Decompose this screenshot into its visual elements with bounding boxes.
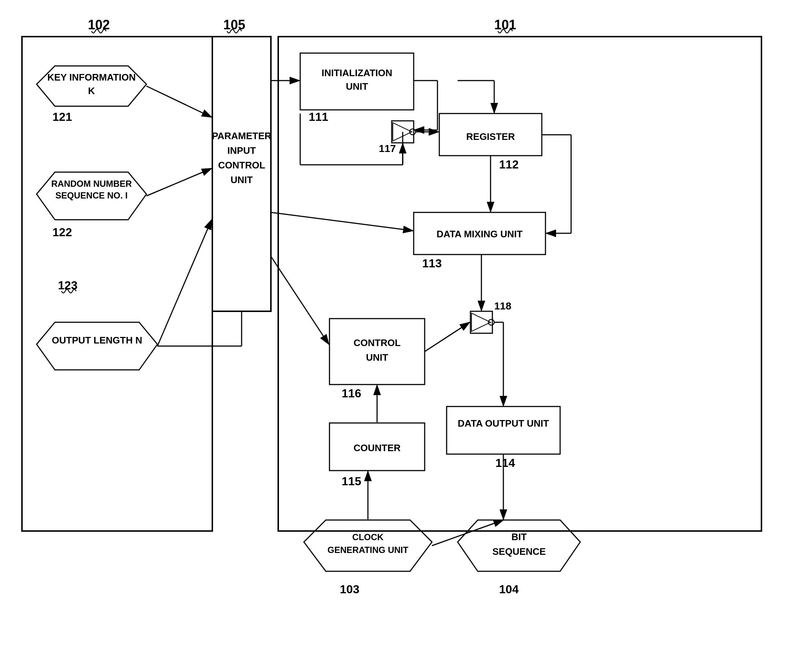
box-data-output <box>447 406 560 454</box>
label-118: 118 <box>494 300 511 312</box>
text-data-mixing: DATA MIXING UNIT <box>437 229 523 240</box>
text-control-2: UNIT <box>366 352 388 363</box>
label-113: 113 <box>422 257 441 270</box>
text-counter: COUNTER <box>354 442 401 453</box>
label-112: 112 <box>499 158 518 171</box>
text-output-len: OUTPUT LENGTH N <box>52 335 142 346</box>
shape-bit-seq <box>458 520 580 571</box>
diagram-svg: 102 101 105 KEY INFORMATION K 121 RANDOM… <box>0 0 801 672</box>
label-103: 103 <box>340 583 359 596</box>
arrow-key-to-param <box>146 86 212 117</box>
label-115: 115 <box>341 475 361 488</box>
label-116: 116 <box>341 387 361 400</box>
arrow-control-to-mux118 <box>425 322 470 351</box>
box-101 <box>278 37 761 531</box>
arrow-rand-to-param <box>146 168 212 196</box>
diagram-container: 102 101 105 KEY INFORMATION K 121 RANDOM… <box>0 0 801 672</box>
text-data-output-1: DATA OUTPUT UNIT <box>458 418 549 429</box>
svg-marker-3 <box>471 313 491 332</box>
text-clock-2: GENERATING UNIT <box>328 545 409 555</box>
label-104: 104 <box>499 583 519 596</box>
text-control-1: CONTROL <box>354 337 401 348</box>
arrow-output-to-param <box>158 220 212 346</box>
text-param-4: UNIT <box>231 174 253 185</box>
box-param-input <box>212 37 271 311</box>
text-param-3: CONTROL <box>218 160 265 171</box>
text-register: REGISTER <box>466 131 515 142</box>
label-111: 111 <box>309 110 328 123</box>
label-105: 105 <box>223 17 245 32</box>
text-key-info-2: K <box>88 85 95 96</box>
text-param-2: INPUT <box>227 145 256 156</box>
text-bit-1: BIT <box>511 531 527 542</box>
label-122: 122 <box>52 226 72 239</box>
arrow-param-to-mixing <box>271 213 413 231</box>
text-init-2: UNIT <box>346 81 368 92</box>
label-114: 114 <box>495 456 515 469</box>
text-param-1: PARAMETER <box>212 131 272 141</box>
label-121: 121 <box>52 110 72 123</box>
shape-output-len <box>37 322 158 370</box>
text-clock-1: CLOCK <box>352 532 384 542</box>
arrow-param-to-control <box>271 256 329 344</box>
box-control-unit <box>330 319 425 385</box>
text-rand-1: RANDOM NUMBER <box>51 179 132 189</box>
mux-118 <box>470 311 492 333</box>
label-101: 101 <box>494 17 516 32</box>
label-102: 102 <box>88 17 110 32</box>
text-bit-2: SEQUENCE <box>492 546 546 557</box>
label-117: 117 <box>379 143 396 154</box>
text-key-info-1: KEY INFORMATION <box>47 72 136 83</box>
text-rand-2: SEQUENCE NO. I <box>55 190 127 200</box>
text-init-1: INITIALIZATION <box>322 68 392 78</box>
arrow-clock-to-dataout <box>432 520 503 546</box>
